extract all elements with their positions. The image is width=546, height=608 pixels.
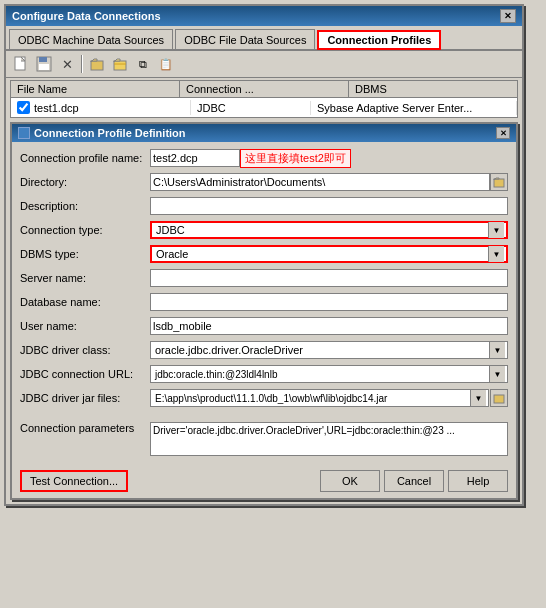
svg-rect-3 bbox=[39, 64, 49, 70]
outer-title: Configure Data Connections bbox=[12, 10, 161, 22]
description-label: Description: bbox=[20, 200, 150, 212]
database-name-input[interactable] bbox=[150, 293, 508, 311]
server-name-input[interactable] bbox=[150, 269, 508, 287]
dbms-type-arrow[interactable]: ▼ bbox=[488, 246, 504, 262]
connection-params-row: Connection parameters Driver='oracle.jdb… bbox=[20, 422, 508, 456]
col-filename: File Name bbox=[11, 81, 180, 97]
outer-close-button[interactable]: ✕ bbox=[500, 9, 516, 23]
database-name-row: Database name: bbox=[20, 292, 508, 312]
col-connection: Connection ... bbox=[180, 81, 349, 97]
row-filename: test1.dcp bbox=[34, 102, 79, 114]
inner-close-button[interactable]: ✕ bbox=[496, 127, 510, 139]
table-row[interactable]: test1.dcp JDBC Sybase Adaptive Server En… bbox=[11, 98, 517, 117]
inner-titlebar: Connection Profile Definition ✕ bbox=[12, 124, 516, 142]
profile-name-input[interactable] bbox=[150, 149, 240, 167]
paste-button[interactable]: 📋 bbox=[155, 54, 177, 74]
connection-type-value: JDBC bbox=[154, 224, 488, 236]
directory-field-group bbox=[150, 173, 508, 191]
directory-browse-button[interactable] bbox=[490, 173, 508, 191]
svg-rect-8 bbox=[494, 395, 504, 403]
jdbc-driver-class-select[interactable]: oracle.jdbc.driver.OracleDriver ▼ bbox=[150, 341, 508, 359]
file-list-area: File Name Connection ... DBMS test1.dcp … bbox=[10, 80, 518, 118]
hint-text: 这里直接填test2即可 bbox=[240, 149, 351, 168]
toolbar-separator-1 bbox=[81, 55, 83, 73]
jdbc-url-label: JDBC connection URL: bbox=[20, 368, 150, 380]
new-icon bbox=[13, 56, 29, 72]
user-name-input[interactable] bbox=[150, 317, 508, 335]
jar-browse-button[interactable] bbox=[490, 389, 508, 407]
directory-input[interactable] bbox=[150, 173, 490, 191]
directory-label: Directory: bbox=[20, 176, 150, 188]
folder-small-icon bbox=[493, 176, 505, 188]
tab-odbc-file[interactable]: ODBC File Data Sources bbox=[175, 29, 315, 49]
row-checkbox[interactable] bbox=[17, 101, 30, 114]
col-dbms: DBMS bbox=[349, 81, 517, 97]
outer-window: Configure Data Connections ✕ ODBC Machin… bbox=[4, 4, 524, 506]
inner-dialog: Connection Profile Definition ✕ Connecti… bbox=[10, 122, 518, 500]
jdbc-url-value: jdbc:oracle.thin:@23ldl4lnlb bbox=[153, 369, 489, 380]
file-list-header: File Name Connection ... DBMS bbox=[11, 81, 517, 98]
database-name-label: Database name: bbox=[20, 296, 150, 308]
tab-connection-profiles[interactable]: Connection Profiles bbox=[317, 30, 441, 50]
copy-button[interactable]: ⧉ bbox=[132, 54, 154, 74]
test-connection-button[interactable]: Test Connection... bbox=[20, 470, 128, 492]
open-icon bbox=[89, 56, 105, 72]
description-row: Description: bbox=[20, 196, 508, 216]
user-name-row: User name: bbox=[20, 316, 508, 336]
toolbar: ✕ ⧉ 📋 bbox=[6, 51, 522, 78]
jdbc-jar-label: JDBC driver jar files: bbox=[20, 392, 150, 404]
dialog-btn-group: OK Cancel Help bbox=[320, 470, 508, 492]
form-area: Connection profile name: 这里直接填test2即可 Di… bbox=[12, 142, 516, 418]
outer-titlebar: Configure Data Connections ✕ bbox=[6, 6, 522, 26]
profile-name-row: Connection profile name: 这里直接填test2即可 bbox=[20, 148, 508, 168]
description-input[interactable] bbox=[150, 197, 508, 215]
connection-params-label: Connection parameters bbox=[20, 422, 150, 434]
dbms-type-label: DBMS type: bbox=[20, 248, 150, 260]
ok-button[interactable]: OK bbox=[320, 470, 380, 492]
user-name-label: User name: bbox=[20, 320, 150, 332]
jdbc-jar-row: JDBC driver jar files: E:\app\ns\product… bbox=[20, 388, 508, 408]
directory-row: Directory: bbox=[20, 172, 508, 192]
jdbc-driver-class-arrow[interactable]: ▼ bbox=[489, 342, 505, 358]
inner-dialog-title: Connection Profile Definition bbox=[34, 127, 186, 139]
delete-button[interactable]: ✕ bbox=[56, 54, 78, 74]
open-button[interactable] bbox=[86, 54, 108, 74]
connection-type-label: Connection type: bbox=[20, 224, 150, 236]
row-dbms: Sybase Adaptive Server Enter... bbox=[311, 101, 517, 115]
folder-button[interactable] bbox=[109, 54, 131, 74]
save-button[interactable] bbox=[33, 54, 55, 74]
jdbc-driver-class-label: JDBC driver class: bbox=[20, 344, 150, 356]
tabs-bar: ODBC Machine Data Sources ODBC File Data… bbox=[6, 26, 522, 51]
cancel-button[interactable]: Cancel bbox=[384, 470, 444, 492]
save-icon bbox=[36, 56, 52, 72]
tab-odbc-machine[interactable]: ODBC Machine Data Sources bbox=[9, 29, 173, 49]
connection-type-select[interactable]: JDBC ▼ bbox=[150, 221, 508, 239]
connection-params-input[interactable]: Driver='oracle.jdbc.driver.OracleDriver'… bbox=[150, 422, 508, 456]
jar-folder-icon bbox=[493, 392, 505, 404]
profile-name-label: Connection profile name: bbox=[20, 152, 150, 164]
jdbc-jar-value: E:\app\ns\product\11.1.0\db_1\owb\wf\lib… bbox=[153, 393, 470, 404]
jdbc-url-arrow[interactable]: ▼ bbox=[489, 366, 505, 382]
svg-rect-5 bbox=[114, 61, 126, 70]
dbms-type-row: DBMS type: Oracle ▼ bbox=[20, 244, 508, 264]
server-name-label: Server name: bbox=[20, 272, 150, 284]
dbms-type-select[interactable]: Oracle ▼ bbox=[150, 245, 508, 263]
connection-type-row: Connection type: JDBC ▼ bbox=[20, 220, 508, 240]
jdbc-driver-class-value: oracle.jdbc.driver.OracleDriver bbox=[153, 344, 489, 356]
jdbc-jar-select[interactable]: E:\app\ns\product\11.1.0\db_1\owb\wf\lib… bbox=[150, 389, 489, 407]
svg-rect-2 bbox=[39, 57, 47, 62]
new-button[interactable] bbox=[10, 54, 32, 74]
help-button[interactable]: Help bbox=[448, 470, 508, 492]
dbms-type-value: Oracle bbox=[154, 248, 488, 260]
folder-icon bbox=[112, 56, 128, 72]
connection-type-arrow[interactable]: ▼ bbox=[488, 222, 504, 238]
jdbc-url-select[interactable]: jdbc:oracle.thin:@23ldl4lnlb ▼ bbox=[150, 365, 508, 383]
dialog-buttons: Test Connection... OK Cancel Help bbox=[12, 464, 516, 498]
dialog-icon bbox=[18, 127, 30, 139]
jdbc-url-row: JDBC connection URL: jdbc:oracle.thin:@2… bbox=[20, 364, 508, 384]
server-name-row: Server name: bbox=[20, 268, 508, 288]
jdbc-jar-arrow[interactable]: ▼ bbox=[470, 390, 486, 406]
svg-rect-4 bbox=[91, 61, 103, 70]
jdbc-driver-class-row: JDBC driver class: oracle.jdbc.driver.Or… bbox=[20, 340, 508, 360]
row-connection: JDBC bbox=[191, 101, 311, 115]
